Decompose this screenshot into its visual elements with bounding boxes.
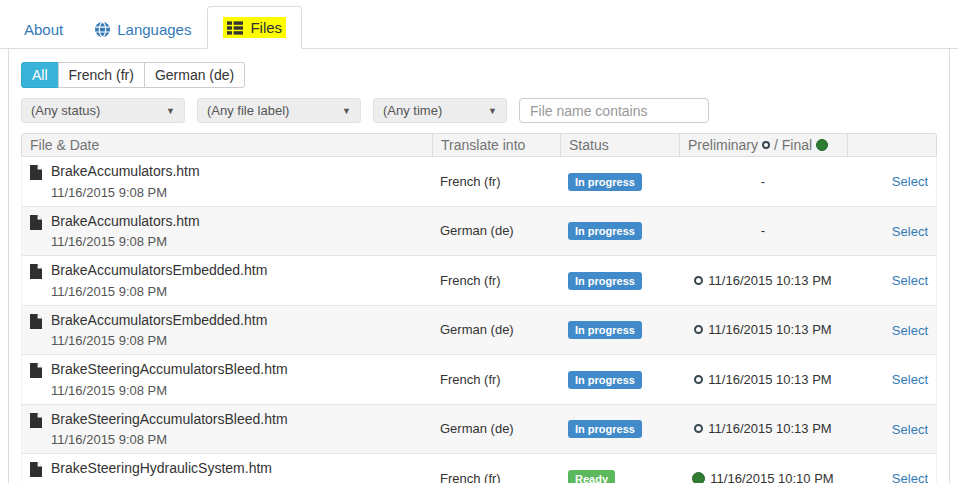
file-cell: BrakeSteeringAccumulatorsBleed.htm 11/16…: [22, 355, 432, 404]
file-icon: [30, 312, 42, 333]
preliminary-final-cell: 11/16/2015 10:13 PM: [679, 322, 847, 337]
hollow-circle-icon: [694, 424, 703, 433]
globe-icon: [95, 22, 110, 37]
file-date: 11/16/2015 9:08 PM: [51, 333, 267, 348]
file-name: BrakeSteeringAccumulatorsBleed.htm: [51, 361, 288, 379]
translate-into-cell: French (fr): [432, 174, 560, 189]
tab-languages[interactable]: Languages: [79, 10, 207, 49]
select-cell: Select: [847, 469, 936, 483]
file-icon: [30, 213, 42, 234]
select-link[interactable]: Select: [892, 372, 928, 387]
table-row: BrakeSteeringAccumulatorsBleed.htm 11/16…: [21, 405, 937, 455]
status-dropdown[interactable]: (Any status) ▼: [21, 98, 185, 123]
status-badge: In progress: [568, 272, 642, 290]
marker-date: 11/16/2015 10:13 PM: [708, 421, 831, 436]
status-cell: In progress: [560, 221, 679, 240]
time-dropdown[interactable]: (Any time) ▼: [373, 98, 507, 123]
file-date: 11/16/2015 9:08 PM: [51, 432, 288, 447]
preliminary-final-cell: 11/16/2015 10:13 PM: [679, 421, 847, 436]
file-label-dropdown[interactable]: (Any file label) ▼: [197, 98, 361, 123]
time-dropdown-label: (Any time): [383, 103, 442, 118]
status-cell: In progress: [560, 370, 679, 389]
file-meta: BrakeSteeringAccumulatorsBleed.htm 11/16…: [51, 361, 288, 398]
select-cell: Select: [847, 271, 936, 289]
translate-into-cell: French (fr): [432, 372, 560, 387]
select-link[interactable]: Select: [892, 224, 928, 239]
translate-into-cell: French (fr): [432, 273, 560, 288]
files-panel: All French (fr) German (de) (Any status)…: [8, 49, 950, 483]
translate-into-cell: French (fr): [432, 471, 560, 483]
select-cell: Select: [847, 321, 936, 339]
status-cell: Ready: [560, 469, 679, 483]
file-date: 11/16/2015 9:08 PM: [51, 185, 200, 200]
filter-all-button[interactable]: All: [21, 62, 59, 88]
select-cell: Select: [847, 420, 936, 438]
header-select-column: [847, 134, 936, 156]
page: About Languages Files All French (fr) Ge…: [0, 0, 958, 483]
marker-date: -: [761, 174, 765, 189]
select-link[interactable]: Select: [892, 273, 928, 288]
marker-date: 11/16/2015 10:13 PM: [708, 273, 831, 288]
file-icon: [30, 460, 42, 481]
hollow-circle-icon: [694, 325, 703, 334]
status-badge: In progress: [568, 420, 642, 438]
table-row: BrakeSteeringAccumulatorsBleed.htm 11/16…: [21, 355, 937, 405]
status-cell: In progress: [560, 271, 679, 290]
preliminary-final-cell: -: [679, 174, 847, 189]
status-cell: In progress: [560, 320, 679, 339]
select-link[interactable]: Select: [892, 323, 928, 338]
translate-into-cell: German (de): [432, 322, 560, 337]
file-icon: [30, 163, 42, 184]
status-badge: In progress: [568, 371, 642, 389]
tab-about[interactable]: About: [8, 10, 79, 49]
marker-date: 11/16/2015 10:13 PM: [708, 372, 831, 387]
header-preliminary-final: Preliminary / Final: [679, 134, 847, 156]
file-date: 11/16/2015 9:08 PM: [51, 383, 288, 398]
hollow-circle-icon: [694, 276, 703, 285]
header-translate-into: Translate into: [432, 134, 560, 156]
table-row: BrakeAccumulatorsEmbedded.htm 11/16/2015…: [21, 256, 937, 306]
file-name: BrakeSteeringHydraulicSystem.htm: [51, 460, 272, 478]
marker-date: -: [761, 223, 765, 238]
tab-files-label: Files: [250, 19, 282, 36]
select-link[interactable]: Select: [892, 471, 928, 483]
file-name: BrakeAccumulatorsEmbedded.htm: [51, 312, 267, 330]
file-cell: BrakeAccumulators.htm 11/16/2015 9:08 PM: [22, 157, 432, 206]
select-cell: Select: [847, 222, 936, 240]
filter-german-button[interactable]: German (de): [144, 62, 245, 88]
table-row: BrakeAccumulators.htm 11/16/2015 9:08 PM…: [21, 157, 937, 207]
file-icon: [30, 361, 42, 382]
file-date: 11/16/2015 9:08 PM: [51, 234, 200, 249]
header-file-date: File & Date: [22, 134, 432, 156]
translate-into-cell: German (de): [432, 223, 560, 238]
file-cell: BrakeAccumulatorsEmbedded.htm 11/16/2015…: [22, 256, 432, 305]
tab-about-label: About: [24, 21, 63, 38]
chevron-down-icon: ▼: [166, 106, 175, 116]
marker-date: 11/16/2015 10:10 PM: [710, 471, 833, 483]
select-link[interactable]: Select: [892, 422, 928, 437]
file-meta: BrakeAccumulators.htm 11/16/2015 9:08 PM: [51, 213, 200, 250]
select-link[interactable]: Select: [892, 174, 928, 189]
filter-french-button[interactable]: French (fr): [58, 62, 145, 88]
status-badge: In progress: [568, 321, 642, 339]
table-row: BrakeAccumulators.htm 11/16/2015 9:08 PM…: [21, 207, 937, 257]
select-cell: Select: [847, 172, 936, 190]
table-body: BrakeAccumulators.htm 11/16/2015 9:08 PM…: [21, 157, 937, 483]
file-date: 11/16/2015 9:08 PM: [51, 284, 267, 299]
tab-files-highlight: Files: [223, 17, 286, 38]
chevron-down-icon: ▼: [342, 106, 351, 116]
header-status: Status: [560, 134, 679, 156]
file-name-search-input[interactable]: [519, 98, 709, 123]
translate-into-cell: German (de): [432, 421, 560, 436]
chevron-down-icon: ▼: [488, 106, 497, 116]
table-header: File & Date Translate into Status Prelim…: [21, 133, 937, 157]
file-cell: BrakeSteeringHydraulicSystem.htm 11/16/2…: [22, 454, 432, 483]
filled-circle-icon: [816, 139, 828, 151]
file-meta: BrakeSteeringHydraulicSystem.htm 11/16/2…: [51, 460, 272, 483]
table-row: BrakeAccumulatorsEmbedded.htm 11/16/2015…: [21, 306, 937, 356]
tab-languages-label: Languages: [117, 21, 191, 38]
preliminary-final-cell: -: [679, 223, 847, 238]
filled-circle-icon: [692, 472, 705, 483]
tab-files[interactable]: Files: [207, 6, 302, 49]
file-cell: BrakeAccumulatorsEmbedded.htm 11/16/2015…: [22, 306, 432, 355]
